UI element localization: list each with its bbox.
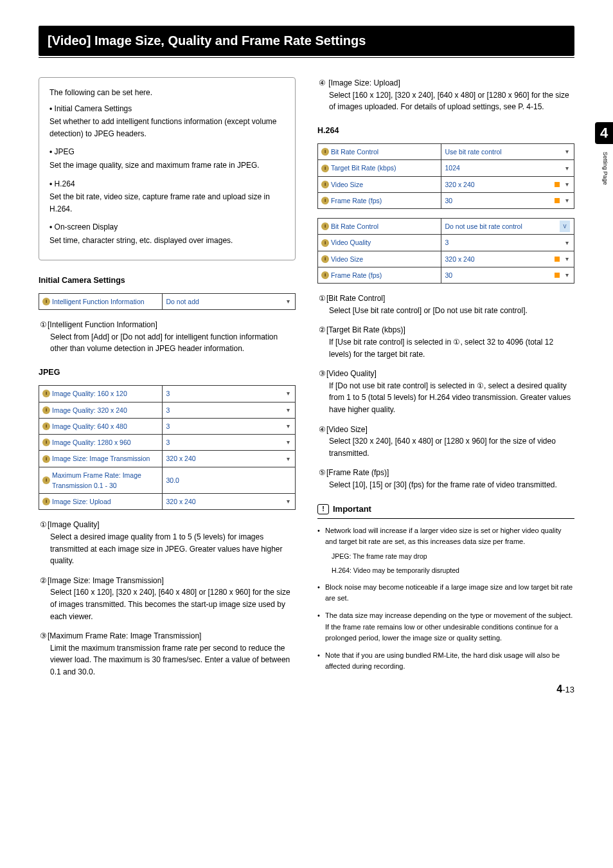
intro-item-text: Set the bit rate, video size, capture fr…	[49, 191, 285, 215]
jpeg-table: iImage Quality: 160 x 1203▾iImage Qualit…	[39, 385, 296, 510]
param-value: 3	[166, 439, 170, 446]
param-label-cell: iVideo Size	[318, 251, 441, 267]
param-value-cell[interactable]: Do not use bit rate controlv	[441, 219, 574, 235]
param-value: 3	[166, 406, 170, 414]
important-text: Network load will increase if a larger v…	[325, 527, 561, 545]
table-row: iImage Quality: 640 x 4803▾	[39, 418, 296, 434]
info-icon: i	[42, 406, 50, 414]
info-icon: i	[42, 298, 50, 305]
important-item: Network load will increase if a larger v…	[317, 525, 574, 576]
param-label: Image Size: Upload	[52, 498, 111, 505]
circled-number: ①	[39, 319, 48, 331]
param-label-cell: iImage Quality: 640 x 480	[39, 418, 163, 434]
info-icon: i	[42, 476, 50, 484]
initial-camera-heading: Initial Camera Settings	[39, 275, 296, 287]
chevron-down-icon: ▾	[287, 389, 290, 399]
param-label-cell: iImage Quality: 1280 x 960	[39, 435, 163, 451]
param-value-cell[interactable]: 320 x 240▾	[162, 494, 295, 510]
table-row: iBit Rate ControlUse bit rate control▾	[318, 144, 574, 160]
param-label: Frame Rate (fps)	[331, 197, 382, 204]
param-value-cell[interactable]: 320 x 240▾	[162, 451, 295, 467]
definition-title: ③[Maximum Frame Rate: Image Transmission…	[39, 630, 296, 642]
param-value-cell[interactable]: 30.0	[162, 467, 295, 494]
param-label: Video Quality	[331, 239, 371, 246]
param-value: 1024	[445, 164, 460, 172]
definition-label: [Bit Rate Control]	[326, 294, 385, 303]
chevron-down-icon: ▾	[287, 405, 290, 415]
definition-label: [Video Size]	[326, 425, 368, 434]
param-value-cell[interactable]: 320 x 240▾	[441, 176, 574, 192]
important-item: Note that if you are using bundled RM-Li…	[317, 650, 574, 672]
chevron-down-icon: ▾	[287, 296, 290, 307]
definition-item: ④ [Image Size: Upload] Select [160 x 120…	[317, 77, 574, 113]
param-value-cell[interactable]: Do not add▾	[162, 293, 295, 309]
info-icon: i	[42, 455, 50, 463]
param-value: 320 x 240	[166, 498, 196, 505]
table-row: iFrame Rate (fps)30▾	[318, 192, 574, 208]
param-value-cell[interactable]: Use bit rate control▾	[441, 144, 574, 160]
param-value: 30	[445, 271, 453, 279]
chevron-down-icon: ▾	[287, 454, 290, 464]
param-value-cell[interactable]: 3▾	[162, 402, 295, 418]
important-label: Important	[333, 503, 371, 516]
param-value-cell[interactable]: 320 x 240▾	[441, 251, 574, 267]
definition-label: [Video Quality]	[326, 369, 377, 378]
chevron-down-icon: ▾	[565, 179, 569, 190]
param-value-cell[interactable]: 3▾	[441, 235, 574, 251]
param-value: 3	[166, 390, 170, 397]
definition-title: ①[Bit Rate Control]	[317, 293, 574, 305]
info-icon: i	[321, 181, 329, 188]
param-value-cell[interactable]: 3▾	[162, 418, 295, 434]
intro-item: JPEGSet the image quality, size and maxi…	[49, 146, 285, 171]
table-row: iMaximum Frame Rate: Image Transmission …	[39, 467, 296, 494]
info-icon: i	[42, 498, 50, 505]
intro-box: The following can be set here. Initial C…	[39, 77, 296, 260]
param-value-cell[interactable]: 3▾	[162, 386, 295, 402]
param-value-cell[interactable]: 1024▾	[441, 160, 574, 176]
definition-text: Select [10], [15] or [30] (fps) for the …	[317, 479, 574, 491]
definition-title: ④ [Image Size: Upload]	[317, 77, 574, 89]
param-value: 320 x 240	[445, 181, 475, 188]
definition-title: ①[Intelligent Function Information]	[39, 319, 296, 331]
param-label: Target Bit Rate (kbps)	[331, 164, 396, 172]
important-text: The data size may increase depending on …	[325, 611, 573, 641]
param-value-cell[interactable]: 30▾	[441, 192, 574, 208]
definition-text: Select from [Add] or [Do not add] for in…	[39, 331, 296, 355]
definition-item: ③[Video Quality]If [Do not use bit rate …	[317, 368, 574, 415]
param-label-cell: iVideo Size	[318, 176, 441, 192]
table-row: iTarget Bit Rate (kbps)1024▾	[318, 160, 574, 176]
h264-table-b: iBit Rate ControlDo not use bit rate con…	[317, 218, 574, 284]
status-square-icon	[555, 182, 560, 187]
intro-item-title: H.264	[55, 179, 75, 188]
param-value: 320 x 240	[166, 455, 196, 462]
param-label-cell: iImage Quality: 320 x 240	[39, 402, 163, 418]
circled-number: ①	[39, 519, 48, 531]
dropdown-button-icon[interactable]: v	[560, 221, 570, 232]
param-label: Image Quality: 320 x 240	[52, 406, 127, 414]
param-value-cell[interactable]: 30▾	[441, 267, 574, 284]
circled-number: ④	[317, 77, 326, 89]
param-label: Bit Rate Control	[331, 148, 378, 156]
definition-title: ⑤[Frame Rate (fps)]	[317, 467, 574, 479]
circled-number: ③	[39, 630, 48, 642]
param-value-cell[interactable]: 3▾	[162, 435, 295, 451]
intro-item-title: Initial Camera Settings	[55, 104, 132, 113]
info-icon: i	[321, 255, 329, 263]
chevron-down-icon: ▾	[565, 254, 569, 264]
definition-title: ②[Image Size: Image Transmission]	[39, 575, 296, 587]
intro-item-text: Set the image quality, size and maximum …	[49, 159, 285, 172]
title-separator	[39, 57, 574, 58]
chapter-tab: 4	[595, 122, 613, 144]
definition-text: Limit the maximum transmission frame rat…	[39, 642, 296, 678]
footer-page: 13	[565, 685, 574, 694]
page-title: [Video] Image Size, Quality and Frame Ra…	[39, 26, 574, 56]
important-text: Block noise may become noticeable if a l…	[325, 583, 573, 602]
chevron-down-icon: ▾	[565, 270, 569, 280]
intro-item: Initial Camera SettingsSet whether to ad…	[49, 103, 285, 140]
intro-item-title: On-screen Display	[55, 222, 118, 231]
definition-text: Select [Use bit rate control] or [Do not…	[317, 305, 574, 317]
circled-number: ④	[317, 424, 326, 436]
param-label-cell: iBit Rate Control	[318, 144, 441, 160]
chevron-down-icon: ▾	[565, 238, 569, 248]
table-row: iImage Quality: 160 x 1203▾	[39, 386, 296, 402]
